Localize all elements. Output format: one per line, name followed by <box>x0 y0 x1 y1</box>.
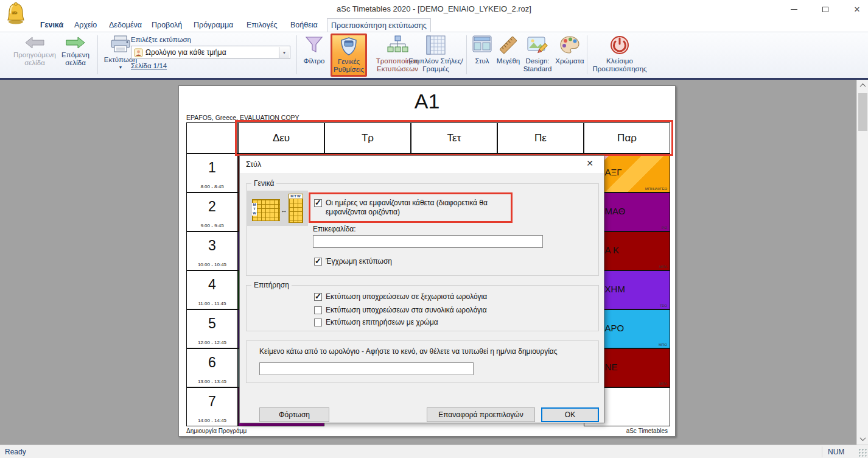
ok-button[interactable]: OK <box>541 407 599 422</box>
group-supervision-label: Επιτήρηση <box>251 281 292 289</box>
extra-columns-rows-button[interactable]: Επιπλέον Στήλες/Γραμμές <box>407 35 465 73</box>
dialog-title: Στύλ <box>246 160 261 169</box>
separate-timetables-checkbox[interactable]: Εκτύπωση υποχρεώσεων σε ξεχωριστά ωρολόγ… <box>314 292 487 301</box>
arrow-left-icon <box>24 36 45 49</box>
print-type-combobox[interactable]: Ωρολόγιο για κάθε τμήμα ▼ <box>131 46 290 59</box>
period-cell-7: 714:00 - 14:45 <box>186 387 238 426</box>
bottom-text-label: Κείμενο κάτω από το ωρολόγιο - Αφήστε το… <box>259 347 588 356</box>
org-tree-icon <box>387 35 408 55</box>
total-timetables-checkbox[interactable]: Εκτύπωση υποχρεώσεων στα συνολικά ωρολόγ… <box>314 306 487 315</box>
scrollbar-thumb[interactable] <box>858 93 867 131</box>
tab-provoli[interactable]: Προβολή <box>148 18 186 32</box>
status-text: Ready <box>5 448 26 456</box>
design-picture-pencil-icon <box>527 35 548 55</box>
checkbox-unchecked-icon <box>314 319 322 326</box>
title-bar: aSc Timetables 2020 - [DEMO_ENIAIO_LYKEI… <box>0 0 868 18</box>
app-logo-bell-icon[interactable]: aSc <box>5 1 27 26</box>
checkbox-unchecked-icon <box>314 306 322 314</box>
palette-icon <box>559 35 581 55</box>
ribbon-tab-row: Γενικά Αρχείο Δεδομένα Προβολή Πρόγραμμα… <box>0 18 868 32</box>
select-print-group: Επιλέξτε εκτύπωση Ωρολόγιο για κάθε τμήμ… <box>131 36 293 69</box>
reset-defaults-button[interactable]: Επαναφορά προεπιλογών <box>427 407 535 422</box>
header-text-input[interactable] <box>313 235 543 248</box>
period-cell-1: 18:00 - 8:45 <box>186 153 238 192</box>
shield-icon <box>340 37 358 56</box>
select-print-label: Επιλέξτε εκτύπωση <box>131 36 293 43</box>
minimize-icon <box>791 9 797 10</box>
period-cell-5: 512:00 - 12:45 <box>186 309 238 348</box>
arrow-right-icon <box>65 36 86 49</box>
tab-programma[interactable]: Πρόγραμμα <box>190 18 237 32</box>
period-cell-3: 310:00 - 10:45 <box>186 231 238 270</box>
checkbox-checked-icon <box>314 293 322 301</box>
maximize-icon <box>822 7 828 12</box>
design-button[interactable]: Design: Standard <box>521 35 554 73</box>
chevron-down-icon: ▼ <box>119 65 123 69</box>
close-icon: ✕ <box>854 5 861 14</box>
scroll-down-button[interactable] <box>857 433 868 445</box>
tab-print-preview[interactable]: Προεπισκόπηση εκτύπωσης <box>327 18 431 32</box>
page-indicator-link[interactable]: Σελίδα 1/14 <box>131 62 293 69</box>
num-lock-indicator: NUM <box>828 448 844 456</box>
period-cell-2: 29:00 - 9:45 <box>186 192 238 231</box>
tab-epiloges[interactable]: Επιλογές <box>243 18 281 32</box>
sizes-button[interactable]: Μεγέθη <box>495 35 522 65</box>
next-page-button[interactable]: Επόμενη σελίδα <box>58 36 93 67</box>
close-preview-button[interactable]: Κλείσιμο Προεπισκόπησης <box>590 35 649 73</box>
timetable-corner-cell <box>186 122 238 153</box>
status-bar: Ready NUM <box>0 445 868 458</box>
tab-voithia[interactable]: Βοήθεια <box>287 18 321 32</box>
supervision-color-checkbox[interactable]: Εκτύπωση επιτηρήσεων με χρώμα <box>314 318 438 327</box>
page-footer-right: aSc Timetables <box>626 428 668 434</box>
class-timetable-icon <box>134 48 143 57</box>
svg-text:aSc: aSc <box>12 11 18 15</box>
day-header-fri: Παρ <box>584 122 670 153</box>
general-settings-button[interactable]: Γενικές Ρυθμίσεις <box>331 33 367 77</box>
style-dialog: Στύλ ✕ Γενικά MTW ↔ MTW Οι ημέρες να εμφ… <box>239 155 604 423</box>
window-title: aSc Timetables 2020 - [DEMO_ENIAIO_LYKEI… <box>0 4 868 13</box>
table-grid-icon <box>425 35 446 55</box>
tab-dedomena[interactable]: Δεδομένα <box>105 18 145 32</box>
ruler-icon <box>497 35 519 55</box>
chevron-down-icon[interactable]: ▼ <box>279 47 289 58</box>
day-header-wed: Τετ <box>411 122 497 153</box>
filter-button[interactable]: Φίλτρο <box>299 35 329 65</box>
vertical-scrollbar[interactable] <box>856 80 868 445</box>
print-type-value: Ωρολόγιο για κάθε τμήμα <box>145 48 226 57</box>
tab-archeio[interactable]: Αρχείο <box>71 18 100 32</box>
dialog-close-button[interactable]: ✕ <box>583 158 597 171</box>
ribbon: Προηγούμενη σελίδα Επόμενη σελίδα Εκτύπω… <box>0 32 868 78</box>
group-general-label: Γενικά <box>251 179 276 188</box>
day-header-tue: Τρ <box>324 122 411 153</box>
class-title: A1 <box>179 90 675 113</box>
checkbox-checked-icon <box>314 258 322 266</box>
minimize-button[interactable] <box>786 2 801 16</box>
load-button[interactable]: Φόρτωση <box>259 407 329 422</box>
dialog-title-bar[interactable]: Στύλ ✕ <box>240 156 604 173</box>
chevron-down-icon <box>860 435 866 441</box>
power-icon <box>609 35 630 55</box>
layout-style-icon <box>472 35 492 55</box>
scroll-up-button[interactable] <box>857 80 868 91</box>
filter-funnel-icon <box>304 35 324 55</box>
day-header-thu: Πε <box>497 122 584 153</box>
close-icon: ✕ <box>586 158 593 168</box>
header-field-label: Επικεφαλίδα: <box>313 225 356 233</box>
chevron-up-icon <box>860 83 866 90</box>
page-footer-left: Δημιουργία Προγράμμ <box>186 428 247 434</box>
period-cell-4: 411:00 - 11:45 <box>186 270 238 309</box>
vertical-days-checkbox[interactable]: Οι ημέρες να εμφανίζονται κάθετα (διαφορ… <box>314 199 509 217</box>
tab-genika[interactable]: Γενικά <box>37 18 67 32</box>
maximize-button[interactable] <box>818 2 833 16</box>
previous-page-button[interactable]: Προηγούμενη σελίδα <box>9 36 61 67</box>
color-print-checkbox[interactable]: Έγχρωμη εκτύπωση <box>314 257 392 266</box>
checkbox-checked-icon <box>314 199 322 207</box>
colors-button[interactable]: Χρώματα <box>554 35 586 65</box>
day-header-mon: Δευ <box>238 122 324 153</box>
resize-grip[interactable] <box>858 448 867 457</box>
bottom-text-input[interactable] <box>259 362 474 375</box>
period-cell-6: 613:00 - 13:45 <box>186 348 238 387</box>
close-button[interactable]: ✕ <box>850 2 864 16</box>
style-button[interactable]: Στυλ <box>470 35 494 65</box>
app-window: aSc Timetables 2020 - [DEMO_ENIAIO_LYKEI… <box>0 0 868 458</box>
